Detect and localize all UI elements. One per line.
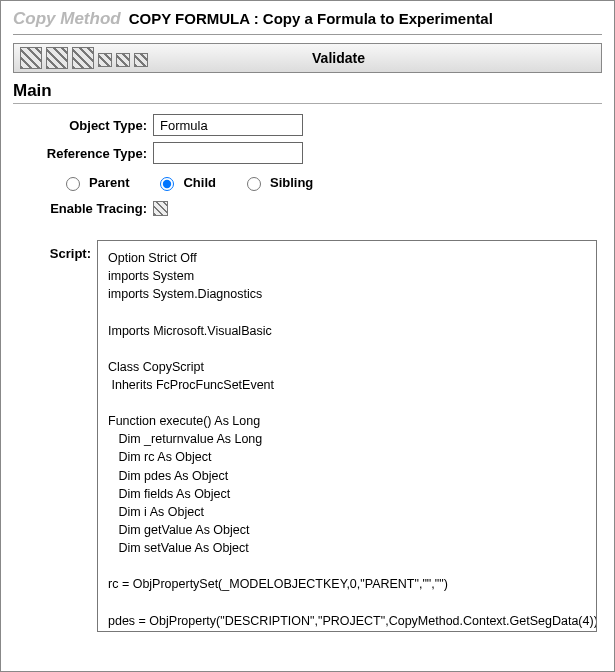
script-textarea[interactable]: Option Strict Off imports System imports…: [97, 240, 597, 632]
radio-child-input[interactable]: [160, 177, 174, 191]
header-divider: [13, 34, 602, 35]
copy-method-panel: Copy Method COPY FORMULA : Copy a Formul…: [0, 0, 615, 672]
toolbar-button-disabled-2: [46, 47, 68, 69]
radio-child-label: Child: [183, 175, 216, 190]
header-section-label: Copy Method: [13, 9, 121, 29]
reference-type-row: Reference Type:: [13, 142, 602, 164]
object-type-row: Object Type:: [13, 114, 602, 136]
header: Copy Method COPY FORMULA : Copy a Formul…: [13, 9, 602, 32]
toolbar: Validate: [13, 43, 602, 73]
enable-tracing-checkbox[interactable]: [153, 201, 168, 216]
radio-sibling[interactable]: Sibling: [242, 174, 313, 191]
script-row: Script: Option Strict Off imports System…: [13, 240, 602, 632]
toolbar-button-disabled-6: [134, 53, 148, 67]
radio-sibling-label: Sibling: [270, 175, 313, 190]
object-type-input[interactable]: [153, 114, 303, 136]
radio-sibling-input[interactable]: [247, 177, 261, 191]
enable-tracing-row: Enable Tracing:: [13, 201, 602, 216]
page-title: COPY FORMULA : Copy a Formula to Experim…: [129, 10, 493, 27]
validate-button[interactable]: Validate: [152, 50, 595, 66]
reference-type-label: Reference Type:: [13, 146, 153, 161]
relation-radio-group: Parent Child Sibling: [13, 174, 602, 191]
radio-parent[interactable]: Parent: [61, 174, 129, 191]
reference-type-input[interactable]: [153, 142, 303, 164]
toolbar-button-disabled-1: [20, 47, 42, 69]
toolbar-button-disabled-5: [116, 53, 130, 67]
toolbar-button-disabled-4: [98, 53, 112, 67]
script-label: Script:: [13, 240, 97, 261]
section-main-title: Main: [13, 81, 602, 101]
toolbar-button-disabled-3: [72, 47, 94, 69]
radio-child[interactable]: Child: [155, 174, 216, 191]
section-divider: [13, 103, 602, 104]
object-type-label: Object Type:: [13, 118, 153, 133]
enable-tracing-label: Enable Tracing:: [37, 201, 153, 216]
radio-parent-input[interactable]: [66, 177, 80, 191]
radio-parent-label: Parent: [89, 175, 129, 190]
